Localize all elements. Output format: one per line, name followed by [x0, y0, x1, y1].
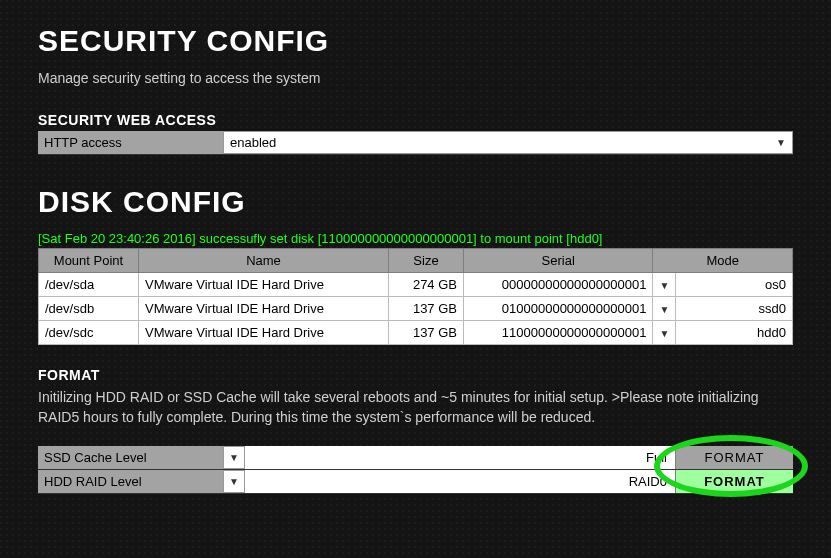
chevron-down-icon: ▼	[659, 280, 669, 291]
table-row: /dev/sdb VMware Virtual IDE Hard Drive 1…	[39, 297, 793, 321]
cell-mount: /dev/sdc	[39, 321, 139, 345]
cell-name: VMware Virtual IDE Hard Drive	[139, 273, 389, 297]
disk-status-message: [Sat Feb 20 23:40:26 2016] successufly s…	[38, 231, 793, 246]
mode-select[interactable]: ▼	[653, 321, 676, 345]
ssd-cache-level-select[interactable]: ▼	[223, 446, 245, 469]
table-row: /dev/sda VMware Virtual IDE Hard Drive 2…	[39, 273, 793, 297]
security-web-access-label: SECURITY WEB ACCESS	[38, 112, 793, 128]
cell-name: VMware Virtual IDE Hard Drive	[139, 321, 389, 345]
chevron-down-icon: ▼	[659, 328, 669, 339]
security-config-subtitle: Manage security setting to access the sy…	[38, 70, 793, 86]
col-mode: Mode	[653, 249, 793, 273]
cell-name: VMware Virtual IDE Hard Drive	[139, 297, 389, 321]
cell-size: 274 GB	[389, 273, 464, 297]
format-label: FORMAT	[38, 367, 793, 383]
ssd-format-button[interactable]: FORMAT	[675, 446, 793, 469]
col-serial: Serial	[464, 249, 653, 273]
disk-table: Mount Point Name Size Serial Mode /dev/s…	[38, 248, 793, 345]
table-row: /dev/sdc VMware Virtual IDE Hard Drive 1…	[39, 321, 793, 345]
security-config-title: SECURITY CONFIG	[38, 24, 793, 58]
http-access-select[interactable]: enabled ▼	[223, 131, 793, 154]
chevron-down-icon: ▼	[229, 476, 239, 487]
col-mount-point: Mount Point	[39, 249, 139, 273]
http-access-label: HTTP access	[38, 131, 223, 154]
cell-serial: 01000000000000000001	[464, 297, 653, 321]
cell-mount: /dev/sda	[39, 273, 139, 297]
mode-select[interactable]: ▼	[653, 273, 676, 297]
mode-select[interactable]: ▼	[653, 297, 676, 321]
cell-mode: os0	[676, 273, 793, 297]
hdd-raid-level-select[interactable]: ▼	[223, 470, 245, 493]
hdd-raid-level-label: HDD RAID Level	[38, 470, 223, 493]
ssd-cache-level-label: SSD Cache Level	[38, 446, 223, 469]
cell-mode: hdd0	[676, 321, 793, 345]
cell-mode: ssd0	[676, 297, 793, 321]
cell-serial: 11000000000000000001	[464, 321, 653, 345]
http-access-value: enabled	[230, 135, 276, 150]
cell-size: 137 GB	[389, 297, 464, 321]
chevron-down-icon: ▼	[229, 452, 239, 463]
ssd-cache-level-value: Full	[245, 446, 675, 469]
hdd-raid-level-value: RAID0	[245, 470, 675, 493]
format-description: Initilizing HDD RAID or SSD Cache will t…	[38, 387, 793, 428]
disk-config-title: DISK CONFIG	[38, 185, 793, 219]
col-name: Name	[139, 249, 389, 273]
chevron-down-icon: ▼	[659, 304, 669, 315]
hdd-format-button[interactable]: FORMAT	[675, 470, 793, 493]
col-size: Size	[389, 249, 464, 273]
cell-mount: /dev/sdb	[39, 297, 139, 321]
cell-serial: 00000000000000000001	[464, 273, 653, 297]
cell-size: 137 GB	[389, 321, 464, 345]
chevron-down-icon: ▼	[776, 137, 786, 148]
